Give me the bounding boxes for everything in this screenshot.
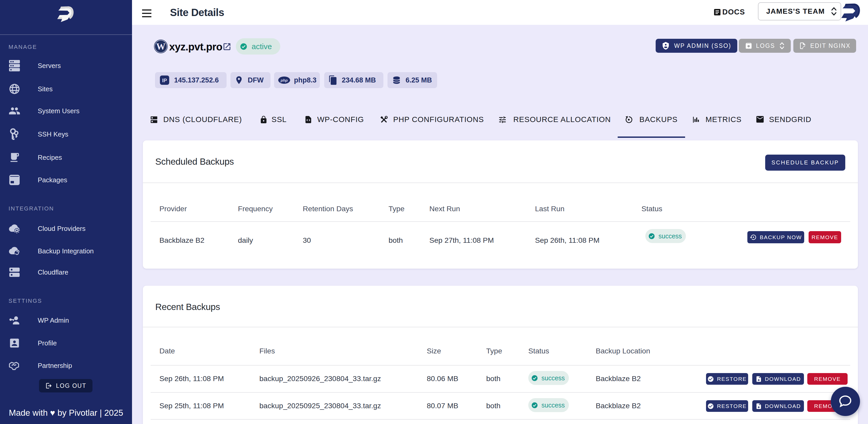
svg-text:php: php bbox=[280, 78, 288, 83]
svg-text:W: W bbox=[156, 41, 165, 52]
svg-text:IP: IP bbox=[162, 78, 167, 83]
